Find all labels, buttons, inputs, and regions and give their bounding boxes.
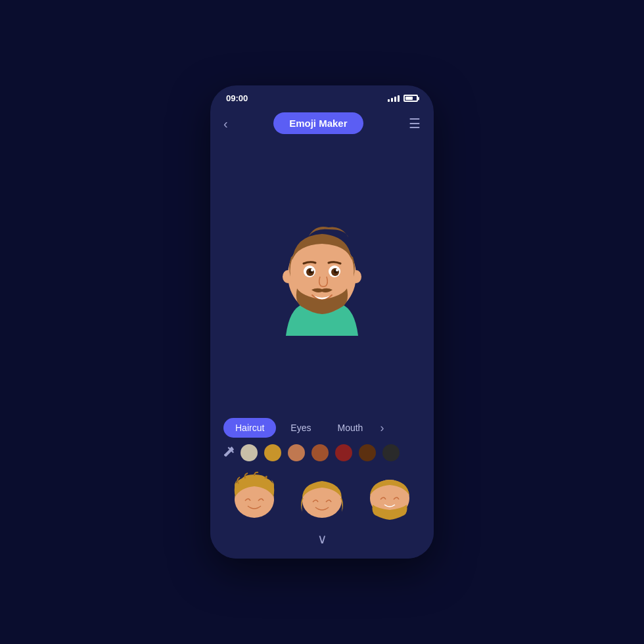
- app-title: Emoji Maker: [273, 112, 363, 134]
- svg-point-10: [311, 269, 313, 271]
- svg-point-11: [336, 269, 338, 271]
- avatar-area: [210, 142, 434, 411]
- time-display: 09:00: [226, 93, 248, 103]
- hair-options: [210, 469, 434, 527]
- swatch-3[interactable]: [311, 444, 329, 461]
- signal-icon: [388, 95, 400, 102]
- hair-option-beard[interactable]: [361, 469, 419, 522]
- tab-mouth[interactable]: Mouth: [325, 418, 375, 438]
- hair-option-curly[interactable]: [225, 469, 283, 522]
- swatch-4[interactable]: [335, 444, 352, 461]
- svg-point-2: [283, 270, 293, 283]
- hair-option-straight[interactable]: [293, 469, 351, 522]
- status-icons: [388, 95, 418, 102]
- scroll-down-arrow[interactable]: ∨: [210, 527, 434, 549]
- tab-eyes[interactable]: Eyes: [279, 418, 323, 438]
- avatar-svg: [250, 198, 394, 356]
- tabs-next-arrow[interactable]: ›: [380, 421, 384, 435]
- swatch-1[interactable]: [264, 444, 281, 461]
- bottom-panel: Haircut Eyes Mouth ›: [210, 411, 434, 559]
- eyedropper-icon[interactable]: [223, 446, 234, 459]
- battery-fill: [405, 97, 413, 100]
- tab-haircut[interactable]: Haircut: [223, 418, 276, 438]
- color-palette: [210, 444, 434, 469]
- phone-frame: 09:00 ‹ Emoji Maker ☰: [210, 85, 434, 559]
- menu-button[interactable]: ☰: [409, 117, 421, 130]
- status-bar: 09:00: [210, 85, 434, 107]
- swatch-6[interactable]: [382, 444, 400, 461]
- swatch-0[interactable]: [241, 444, 258, 461]
- swatch-2[interactable]: [288, 444, 305, 461]
- app-header: ‹ Emoji Maker ☰: [210, 107, 434, 142]
- category-tabs: Haircut Eyes Mouth ›: [210, 418, 434, 444]
- back-button[interactable]: ‹: [223, 117, 228, 130]
- battery-icon: [403, 95, 418, 102]
- swatch-5[interactable]: [359, 444, 376, 461]
- svg-point-3: [351, 270, 361, 283]
